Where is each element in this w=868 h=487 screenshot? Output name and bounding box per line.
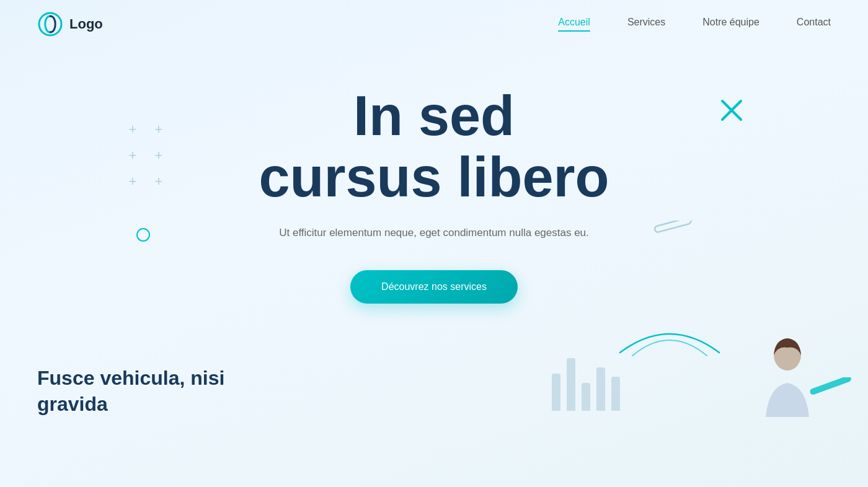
bar-5 bbox=[611, 377, 620, 411]
hero-title-line2: cursus libero bbox=[259, 146, 609, 208]
svg-rect-3 bbox=[654, 221, 692, 233]
cross-icon bbox=[719, 98, 744, 125]
hero-title-line1: In sed bbox=[353, 85, 515, 147]
deco-plus-grid: + + + + + + bbox=[124, 123, 167, 192]
bar-3 bbox=[582, 383, 590, 411]
second-title: Fusce vehicula, nisi gravida bbox=[37, 366, 285, 417]
navbar: Logo Accueil Services Notre équipe Conta… bbox=[0, 0, 868, 48]
plus-icon-2: + bbox=[150, 123, 167, 140]
logo[interactable]: Logo bbox=[37, 11, 103, 37]
logo-icon bbox=[37, 11, 63, 37]
nav-item-contact[interactable]: Contact bbox=[797, 17, 831, 32]
nav-links: Accueil Services Notre équipe Contact bbox=[558, 17, 831, 32]
plus-icon-4: + bbox=[150, 149, 167, 166]
plus-icon-1: + bbox=[124, 123, 141, 140]
pencil-decoration bbox=[651, 221, 694, 242]
hero-section: + + + + + + In sed cursus libero Ut effi… bbox=[0, 48, 868, 328]
bar-4 bbox=[596, 367, 605, 411]
scissors-decoration bbox=[806, 377, 856, 411]
circle-decoration bbox=[136, 228, 150, 242]
nav-link-accueil[interactable]: Accueil bbox=[558, 17, 590, 32]
svg-rect-5 bbox=[809, 377, 852, 395]
nav-item-services[interactable]: Services bbox=[627, 17, 665, 32]
plus-icon-3: + bbox=[124, 149, 141, 166]
bar-chart bbox=[552, 358, 632, 417]
cta-button[interactable]: Découvrez nos services bbox=[350, 270, 518, 304]
second-section: Fusce vehicula, nisi gravida bbox=[0, 328, 868, 417]
nav-item-notre-equipe[interactable]: Notre équipe bbox=[702, 17, 760, 32]
bar-1 bbox=[552, 374, 560, 411]
bar-2 bbox=[567, 358, 575, 411]
plus-icon-6: + bbox=[150, 175, 167, 192]
plus-icon-5: + bbox=[124, 175, 141, 192]
logo-text: Logo bbox=[69, 16, 103, 32]
nav-item-accueil[interactable]: Accueil bbox=[558, 17, 590, 32]
nav-link-contact[interactable]: Contact bbox=[797, 17, 831, 27]
nav-link-services[interactable]: Services bbox=[627, 17, 665, 27]
nav-link-notre-equipe[interactable]: Notre équipe bbox=[702, 17, 760, 27]
